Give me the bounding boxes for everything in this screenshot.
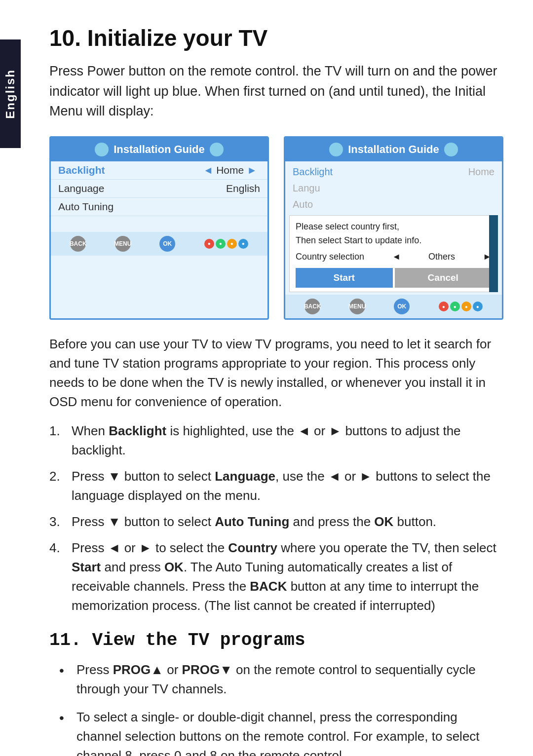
popup-wrapper: Please select country first, Then select… [289, 215, 498, 293]
right-screen-menu: Backlight Home Langu Auto [285, 161, 502, 215]
menu-btn-left[interactable]: MENU [115, 236, 131, 252]
autotuning-label: Auto Tuning [58, 201, 260, 213]
step-2: 2. Press ▼ button to select Language, us… [49, 467, 503, 505]
tv-header-right: Installation Guide [285, 138, 502, 161]
step-3: 3. Press ▼ button to select Auto Tuning … [49, 512, 503, 531]
language-label: Language [58, 183, 226, 194]
start-cancel-row: Start Cancel [296, 268, 492, 288]
right-menu-language: Langu [293, 180, 495, 196]
gear-icon-right [329, 143, 343, 156]
tv-screen-right: Installation Guide Backlight Home Langu … [284, 136, 503, 320]
yellow-btn-right[interactable]: ● [461, 302, 471, 311]
color-btns-left: ● ● ● ● [204, 239, 248, 249]
cancel-btn[interactable]: Cancel [395, 268, 492, 288]
steps-list: 1. When Backlight is highlighted, use th… [49, 421, 503, 615]
gear-icon-right2 [444, 143, 458, 156]
backlight-arrow-right: ► [247, 164, 257, 176]
step-1: 1. When Backlight is highlighted, use th… [49, 421, 503, 460]
language-value: English [226, 183, 260, 194]
menu-btn-right[interactable]: MENU [349, 299, 365, 314]
section11-bullets: Press PROG▲ or PROG▼ on the remote contr… [59, 660, 503, 756]
section10-intro: Press Power button on the remote control… [49, 61, 503, 121]
side-tab: English [0, 39, 21, 148]
step-4: 4. Press ◄ or ► to select the Country wh… [49, 538, 503, 615]
others-label: Others [428, 250, 455, 264]
backlight-label: Backlight [58, 164, 200, 176]
right-backlight-label: Backlight [293, 166, 333, 178]
right-home-label: Home [468, 166, 495, 178]
backlight-home: Home [216, 164, 244, 176]
ok-btn-right[interactable]: OK [394, 299, 410, 314]
main-content: 10. Initialize your TV Press Power butto… [30, 0, 533, 756]
tv-menu-row-language: Language English [51, 180, 267, 198]
tv-screen-left: Installation Guide Backlight ◄ Home ► La… [49, 136, 269, 320]
section10-title: 10. Initialize your TV [49, 25, 503, 51]
section10-body: Before you can use your TV to view TV pr… [49, 335, 503, 412]
tv-footer-right: BACK MENU OK ● ● ● ● [285, 295, 502, 318]
country-arrow: ◄ [392, 250, 401, 264]
right-lang-label: Langu [293, 183, 320, 194]
popup-text1: Please select country first, [296, 220, 492, 234]
blue-btn-right[interactable]: ● [473, 302, 483, 311]
popup-blue-bar [489, 215, 498, 293]
tv-footer-left: BACK MENU OK ● ● ● ● [51, 232, 267, 256]
bullet-1: Press PROG▲ or PROG▼ on the remote contr… [59, 660, 503, 699]
backlight-arrow-left: ◄ [203, 164, 213, 176]
right-auto-label: Auto [293, 199, 313, 210]
country-row: Country selection ◄ Others ► [296, 248, 492, 266]
bullet-2: To select a single- or double-digit chan… [59, 708, 503, 756]
red-btn-left[interactable]: ● [204, 239, 214, 249]
tv-menu-row-autotuning: Auto Tuning [51, 198, 267, 216]
tv-screens: Installation Guide Backlight ◄ Home ► La… [49, 136, 503, 320]
red-btn-right[interactable]: ● [439, 302, 449, 311]
ok-btn-left[interactable]: OK [159, 236, 175, 252]
side-tab-label: English [3, 69, 17, 119]
popup-box: Please select country first, Then select… [289, 215, 498, 293]
start-btn[interactable]: Start [296, 268, 393, 288]
gear-icon-left [95, 143, 109, 156]
section11-title: 11. View the TV programs [49, 630, 503, 650]
gear-icon-left2 [210, 143, 224, 156]
yellow-btn-left[interactable]: ● [227, 239, 237, 249]
tv-header-left-title: Installation Guide [114, 143, 205, 156]
tv-menu-row-backlight: Backlight ◄ Home ► [51, 161, 267, 180]
color-btns-right: ● ● ● ● [439, 302, 483, 311]
right-menu-backlight: Backlight Home [293, 164, 495, 180]
tv-header-right-title: Installation Guide [348, 143, 439, 156]
blue-btn-left[interactable]: ● [238, 239, 248, 249]
green-btn-right[interactable]: ● [450, 302, 460, 311]
back-btn-right[interactable]: BACK [305, 299, 320, 314]
green-btn-left[interactable]: ● [216, 239, 226, 249]
back-btn-left[interactable]: BACK [70, 236, 86, 252]
country-label: Country selection [296, 250, 364, 264]
popup-text2: Then select Start to update info. [296, 233, 492, 248]
right-menu-auto: Auto [293, 196, 495, 213]
tv-header-left: Installation Guide [51, 138, 267, 161]
